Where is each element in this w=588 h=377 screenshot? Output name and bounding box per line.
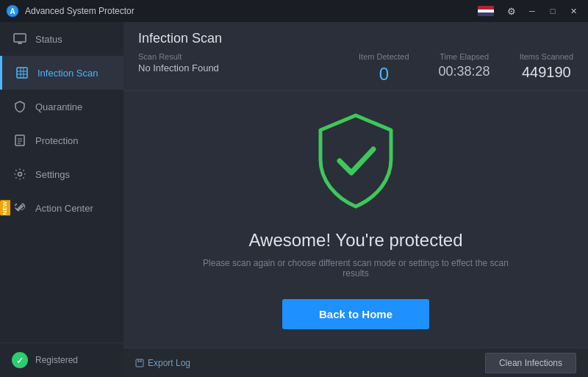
shield-icon bbox=[312, 109, 400, 212]
export-icon bbox=[135, 359, 144, 367]
titlebar: A Advanced System Protector ⚙ ─ □ ✕ bbox=[0, 0, 588, 22]
new-badge: NEW bbox=[0, 201, 10, 216]
sidebar-item-quarantine-label: Quarantine bbox=[35, 101, 82, 112]
settings-icon[interactable]: ⚙ bbox=[503, 6, 520, 17]
content-header: Infection Scan Scan Result No Infection … bbox=[123, 22, 588, 91]
sidebar-item-action-center-label: Action Center bbox=[35, 203, 93, 214]
sidebar-bottom: ✓ Registered bbox=[0, 342, 123, 377]
sidebar-item-protection[interactable]: Protection bbox=[0, 123, 123, 157]
sidebar-item-infection-scan[interactable]: Infection Scan bbox=[0, 56, 123, 90]
stat-item-scanned: Items Scanned 449190 bbox=[520, 52, 573, 85]
flag-icon bbox=[478, 6, 494, 16]
scan-result-value: No Infection Found bbox=[138, 62, 219, 73]
sidebar-item-status[interactable]: Status bbox=[0, 22, 123, 56]
svg-text:A: A bbox=[10, 7, 15, 15]
protected-title: Awesome! You're protected bbox=[249, 230, 463, 251]
svg-point-14 bbox=[18, 173, 22, 176]
clean-infections-button[interactable]: Clean Infections bbox=[485, 353, 576, 373]
sidebar-item-settings-label: Settings bbox=[35, 169, 70, 180]
close-button[interactable]: ✕ bbox=[564, 4, 582, 18]
content-footer: Export Log Clean Infections bbox=[123, 348, 588, 377]
registered-label: Registered bbox=[35, 355, 78, 365]
stat-time-label: Time Elapsed bbox=[439, 52, 490, 61]
protection-icon bbox=[12, 132, 28, 148]
export-log-link[interactable]: Export Log bbox=[135, 358, 190, 368]
sidebar-nav: Status Infection Scan bbox=[0, 22, 123, 342]
settings-icon bbox=[12, 166, 28, 182]
action-center-icon bbox=[12, 200, 28, 216]
quarantine-icon bbox=[12, 98, 28, 115]
svg-rect-2 bbox=[14, 34, 26, 42]
sidebar-item-action-center[interactable]: NEW Action Center bbox=[0, 191, 123, 225]
content-area: Infection Scan Scan Result No Infection … bbox=[123, 22, 588, 377]
stat-scanned-value: 449190 bbox=[520, 64, 573, 81]
scan-icon bbox=[14, 65, 30, 81]
stat-item-detected: Item Detected 0 bbox=[359, 52, 409, 85]
stat-time-value: 00:38:28 bbox=[439, 64, 490, 79]
scan-result-section: Scan Result No Infection Found bbox=[138, 52, 219, 73]
stat-scanned-label: Items Scanned bbox=[520, 52, 573, 61]
stat-item-time: Time Elapsed 00:38:28 bbox=[439, 52, 490, 85]
main-container: Status Infection Scan bbox=[0, 22, 588, 377]
scan-info-row: Scan Result No Infection Found Item Dete… bbox=[138, 52, 573, 85]
sidebar-item-status-label: Status bbox=[35, 34, 62, 45]
minimize-button[interactable]: ─ bbox=[523, 4, 541, 18]
sidebar-item-settings[interactable]: Settings bbox=[0, 157, 123, 191]
sidebar-item-infection-scan-label: Infection Scan bbox=[37, 68, 98, 79]
sidebar: Status Infection Scan bbox=[0, 22, 123, 377]
scan-stats: Item Detected 0 Time Elapsed 00:38:28 It… bbox=[359, 52, 573, 85]
back-to-home-button[interactable]: Back to Home bbox=[282, 299, 429, 329]
stat-detected-value: 0 bbox=[359, 64, 409, 85]
sidebar-item-protection-label: Protection bbox=[35, 135, 79, 146]
app-title: Advanced System Protector bbox=[25, 6, 478, 16]
maximize-button[interactable]: □ bbox=[544, 4, 562, 18]
monitor-icon bbox=[12, 31, 28, 47]
sidebar-item-quarantine[interactable]: Quarantine bbox=[0, 90, 123, 123]
svg-rect-10 bbox=[15, 135, 24, 146]
scan-result-label: Scan Result bbox=[138, 52, 219, 61]
window-controls: ⚙ ─ □ ✕ bbox=[478, 4, 582, 18]
page-title: Infection Scan bbox=[138, 31, 573, 46]
stat-detected-label: Item Detected bbox=[359, 52, 409, 61]
protected-subtitle: Please scan again or choose different sc… bbox=[201, 258, 510, 279]
shield-container bbox=[312, 109, 400, 215]
registered-icon: ✓ bbox=[12, 352, 28, 368]
svg-rect-5 bbox=[17, 68, 27, 78]
app-logo: A bbox=[6, 4, 19, 18]
content-body: Awesome! You're protected Please scan ag… bbox=[123, 91, 588, 348]
